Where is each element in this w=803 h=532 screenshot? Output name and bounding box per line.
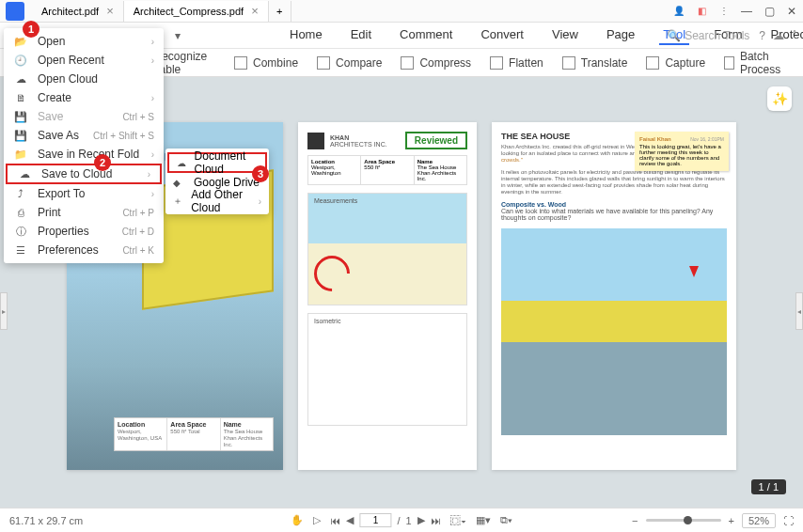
tab-comment[interactable]: Comment: [396, 25, 456, 45]
zoom-handle[interactable]: [684, 516, 692, 524]
hand-tool-icon[interactable]: ✋: [291, 514, 304, 526]
chevron-right-icon: ›: [151, 149, 154, 160]
display-mode-icon[interactable]: ▦▾: [476, 514, 491, 526]
shortcut: Ctrl + P: [122, 208, 154, 218]
maximize-button[interactable]: ▢: [758, 0, 780, 23]
menu-properties[interactable]: ⓘPropertiesCtrl + D: [4, 222, 164, 241]
kebab-icon[interactable]: ⋮: [715, 2, 733, 21]
isometric-card: Isometric: [307, 313, 467, 426]
tool-compress[interactable]: Compress: [391, 49, 480, 76]
desc2: It relies on photovoltaic panels for ele…: [501, 169, 727, 196]
render-image: [501, 228, 727, 435]
pointer-tool-icon[interactable]: ▷: [313, 514, 321, 526]
close-button[interactable]: ✕: [780, 0, 803, 23]
annotation-circle: [307, 248, 357, 299]
label: Capture: [665, 56, 705, 70]
next-page-icon[interactable]: ▶: [417, 514, 425, 526]
search-tools[interactable]: 🔍 Search Tools: [667, 29, 749, 42]
left-panel-toggle[interactable]: ▸: [0, 292, 8, 330]
tab-home[interactable]: Home: [286, 25, 326, 45]
shortcut: Ctrl + D: [122, 227, 154, 237]
brand-sub: ARCHITECTS INC.: [330, 141, 387, 148]
v: 550 ft²: [364, 164, 380, 170]
h: Area Space: [170, 421, 216, 428]
cloud-icon[interactable]: ☁: [773, 29, 784, 42]
cloud-icon: ☁: [13, 71, 28, 86]
menu-open-cloud[interactable]: ☁Open Cloud: [4, 70, 164, 88]
menu-save-as[interactable]: 💾Save AsCtrl + Shift + S: [4, 126, 164, 145]
ai-assistant-badge[interactable]: ✨: [767, 86, 792, 111]
zoom-slider[interactable]: [646, 519, 721, 522]
menu-print[interactable]: ⎙PrintCtrl + P: [4, 203, 164, 222]
measurements-card: Measurements: [307, 193, 467, 305]
collapse-ribbon-icon[interactable]: ˄: [792, 29, 797, 42]
annotation-arrow: [689, 266, 699, 277]
page-2: KHANARCHITECTS INC. Reviewed LocationWes…: [298, 122, 477, 470]
menu-save-to-cloud[interactable]: ☁Save to Cloud›: [6, 164, 162, 184]
tab-convert[interactable]: Convert: [477, 25, 527, 45]
menu-save-recent-folder[interactable]: 📁Save in Recent Fold›: [4, 145, 164, 164]
chevron-right-icon: ›: [259, 196, 261, 207]
fullscreen-icon[interactable]: ⛶: [783, 515, 794, 526]
label: Document Cloud: [195, 149, 258, 176]
user-icon[interactable]: 👤: [669, 2, 688, 21]
submenu-add-other-cloud[interactable]: ＋Add Other Cloud›: [165, 192, 269, 211]
page-total: 1: [405, 515, 411, 526]
info-icon: ⓘ: [13, 224, 28, 239]
page-counter-badge: 1 / 1: [751, 479, 786, 494]
cloud-icon: ☁: [177, 158, 187, 168]
tool-batch-process[interactable]: Batch Process: [715, 49, 803, 76]
fit-page-icon[interactable]: ⿴▾: [450, 515, 466, 526]
reading-mode-icon[interactable]: ⧉▾: [500, 514, 512, 526]
shortcut: Ctrl + S: [122, 112, 154, 122]
label: Batch Process: [740, 50, 794, 76]
tool-capture[interactable]: Capture: [637, 49, 715, 76]
alert-icon[interactable]: ◧: [692, 2, 711, 21]
tab-architect-compress[interactable]: Architect_Compress.pdf ×: [124, 1, 269, 22]
first-page-icon[interactable]: ⏮: [330, 515, 340, 526]
zoom-value[interactable]: 52%: [742, 513, 776, 528]
tool-combine[interactable]: Combine: [225, 49, 307, 76]
minimize-button[interactable]: —: [735, 0, 758, 23]
app-logo: [6, 2, 24, 21]
label: Compare: [336, 56, 382, 70]
tab-view[interactable]: View: [548, 25, 582, 45]
tool-translate[interactable]: Translate: [553, 49, 638, 76]
tab-architect[interactable]: Architect.pdf ×: [32, 1, 124, 22]
v: 550 ft² Total: [170, 429, 199, 434]
prev-page-icon[interactable]: ◀: [346, 514, 354, 526]
last-page-icon[interactable]: ⏭: [431, 515, 441, 526]
menubar-right: 🔍 Search Tools ? ☁ ˄: [667, 29, 797, 42]
page-input[interactable]: [359, 513, 391, 527]
capture-icon: [646, 56, 659, 70]
tool-compare[interactable]: Compare: [307, 49, 391, 76]
menu-export-to[interactable]: ⤴Export To›: [4, 184, 164, 203]
close-icon[interactable]: ×: [106, 4, 114, 18]
menu-preferences[interactable]: ☰PreferencesCtrl + K: [4, 241, 164, 259]
zoom-out-button[interactable]: −: [632, 515, 638, 526]
chevron-down-icon[interactable]: ▾: [171, 29, 184, 42]
comp-title: Composite vs. Wood: [501, 201, 566, 208]
menu-create[interactable]: 🗎Create›: [4, 88, 164, 107]
callout-badge-3: 3: [252, 165, 269, 182]
save-icon: 💾: [13, 109, 28, 124]
right-panel-toggle[interactable]: ◂: [795, 292, 803, 330]
compare-icon: [317, 56, 330, 70]
tool-flatten[interactable]: Flatten: [480, 49, 553, 76]
close-icon[interactable]: ×: [251, 4, 259, 18]
sticky-note[interactable]: Faisal KhanNov 16, 2:01PM This is lookin…: [635, 132, 729, 171]
new-tab-button[interactable]: +: [269, 1, 291, 22]
h: Name: [224, 421, 270, 428]
export-icon: ⤴: [13, 186, 28, 201]
help-icon[interactable]: ?: [759, 29, 765, 42]
tab-page[interactable]: Page: [603, 25, 638, 45]
tab-edit[interactable]: Edit: [347, 25, 375, 45]
file-menu[interactable]: 📂Open› 🕘Open Recent› ☁Open Cloud 🗎Create…: [4, 28, 164, 263]
cloud-upload-icon: ☁: [17, 166, 32, 181]
folder-open-icon: 📁: [13, 147, 28, 162]
menu-open-recent[interactable]: 🕘Open Recent›: [4, 51, 164, 70]
callout-badge-1: 1: [23, 21, 39, 38]
compress-icon: [401, 56, 414, 70]
save-to-cloud-submenu[interactable]: ☁Document Cloud ◆Google Drive ＋Add Other…: [165, 149, 269, 214]
zoom-in-button[interactable]: +: [729, 515, 734, 526]
